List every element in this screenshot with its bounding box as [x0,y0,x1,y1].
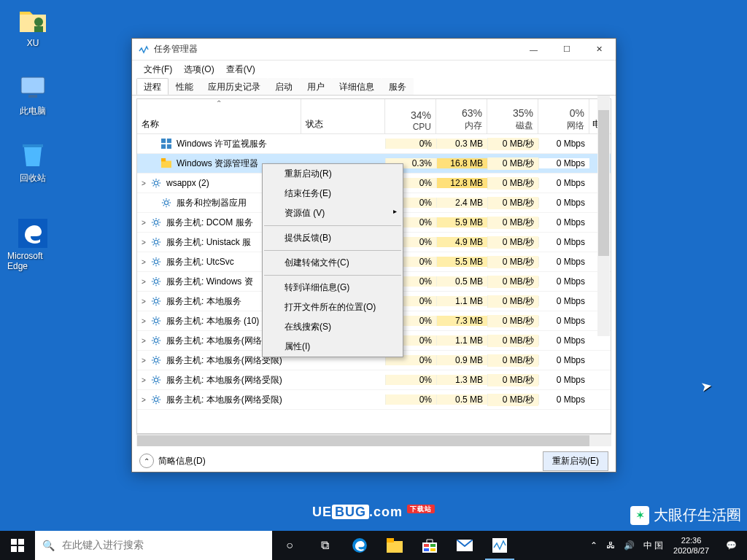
svg-rect-131 [424,548,429,551]
context-item[interactable]: 属性(I) [263,337,403,357]
svg-line-36 [153,219,154,220]
svg-line-102 [158,357,159,358]
taskbar-edge[interactable] [342,531,377,560]
taskbar-mail[interactable] [447,531,482,560]
scrollbar-thumb[interactable] [598,110,609,256]
svg-point-85 [154,338,158,342]
process-icon [160,197,172,209]
tab-2[interactable]: 应用历史记录 [201,78,268,95]
row-expander[interactable]: > [139,396,149,404]
svg-line-120 [158,397,159,397]
row-expander[interactable]: > [139,219,149,227]
maximize-button[interactable]: ☐ [550,39,583,60]
context-item[interactable]: 提供反馈(B) [263,228,403,248]
vertical-scrollbar[interactable] [597,96,610,336]
row-expander[interactable]: > [139,337,149,345]
action-center-button[interactable]: 💬 [715,540,747,551]
svg-point-58 [154,279,158,283]
cell-memory: 5.9 MB [436,217,487,228]
tray-volume-icon[interactable]: 🔊 [619,540,639,551]
desktop-icon-edge[interactable]: Microsoft Edge [7,219,58,271]
row-expander[interactable]: > [139,238,149,246]
close-button[interactable]: ✕ [583,39,616,60]
context-separator [264,275,401,276]
header-name[interactable]: ⌃名称 [137,99,301,133]
svg-line-119 [153,402,154,402]
svg-line-27 [163,200,164,201]
svg-line-18 [153,180,154,181]
taskbar-task-manager[interactable] [482,531,517,560]
row-expander[interactable]: > [139,278,149,286]
svg-point-76 [154,319,158,322]
desktop-icon-recycle-bin[interactable]: 回收站 [7,140,58,184]
header-memory[interactable]: 63%内存 [436,99,487,133]
header-status[interactable]: 状态 [301,99,385,133]
context-item[interactable]: 转到详细信息(G) [263,278,403,298]
process-name: 服务主机: Windows 资 [166,276,253,288]
sort-asc-icon: ⌃ [216,99,222,107]
context-item[interactable]: 创建转储文件(C) [263,253,403,273]
cell-cpu: 0% [385,375,436,385]
fewer-details-toggle[interactable]: ⌃ 简略信息(D) [139,454,206,468]
row-expander[interactable]: > [139,376,149,384]
tab-3[interactable]: 启动 [268,78,300,95]
menu-file[interactable]: 文件(F) [138,63,178,76]
context-item[interactable]: 结束任务(E) [263,184,403,203]
tab-1[interactable]: 性能 [169,78,201,95]
svg-line-37 [158,225,159,225]
tab-0[interactable]: 进程 [136,78,169,95]
row-expander[interactable]: > [139,179,149,187]
task-view-button[interactable]: ⧉ [307,531,342,560]
table-row[interactable]: >服务主机: 本地服务(网络受限)0%1.3 MB0 MB/秒0 Mbps [137,370,611,390]
header-network[interactable]: 0%网络 [538,99,589,133]
row-expander[interactable]: > [139,298,149,306]
horizontal-scrollbar[interactable] [136,434,611,446]
cell-memory: 7.3 MB [436,316,487,326]
cell-network: 0 Mbps [538,139,589,149]
svg-rect-8 [167,139,171,143]
desktop-icon-this-pc[interactable]: 此电脑 [7,73,58,117]
table-row[interactable]: Windows 许可监视服务0%0.3 MB0 MB/秒0 Mbps [137,134,611,154]
process-icon [150,256,162,268]
header-cpu[interactable]: 34%CPU [385,99,436,133]
header-disk[interactable]: 35%磁盘 [487,99,538,133]
row-expander[interactable]: > [139,357,149,365]
tray-network-icon[interactable]: 🖧 [602,540,619,551]
process-icon [150,236,162,248]
taskbar-store[interactable] [412,531,447,560]
context-separator [264,250,401,251]
svg-rect-9 [161,144,166,149]
process-name: 服务主机: UtcSvc [166,256,234,268]
svg-point-31 [154,220,158,224]
row-expander[interactable]: > [139,258,149,266]
context-item[interactable]: 重新启动(R) [263,164,403,184]
desktop-icon-user-folder[interactable]: XU [7,6,58,48]
context-item[interactable]: 在线搜索(S) [263,317,403,337]
menu-options[interactable]: 选项(O) [178,63,220,76]
cell-disk: 0 MB/秒 [487,276,538,288]
start-button[interactable] [0,531,35,560]
menu-view[interactable]: 查看(V) [220,63,261,76]
context-item[interactable]: 资源值 (V)▸ [263,203,403,223]
minimize-button[interactable]: — [517,39,550,60]
tab-5[interactable]: 详细信息 [332,78,382,95]
tray-ime[interactable]: 中 国 [639,540,667,552]
taskbar-search[interactable]: 🔍 在此键入进行搜索 [35,531,272,560]
svg-line-65 [153,284,154,284]
table-row[interactable]: >服务主机: 本地服务(网络受限)0%0.5 MB0 MB/秒0 Mbps [137,390,611,410]
process-icon [150,374,162,386]
taskbar-explorer[interactable] [377,531,412,560]
titlebar[interactable]: 任务管理器 — ☐ ✕ [132,39,616,61]
cortana-button[interactable]: ○ [272,531,307,560]
tray-chevron-up-icon[interactable]: ⌃ [586,540,602,551]
row-expander[interactable]: > [139,317,149,325]
cell-memory: 5.5 MB [436,257,487,267]
svg-line-75 [158,298,159,299]
restart-button[interactable]: 重新启动(E) [543,451,608,471]
tray-clock[interactable]: 22:36 2020/8/27 [667,535,715,556]
context-item[interactable]: 打开文件所在的位置(O) [263,298,403,317]
tab-6[interactable]: 服务 [382,78,414,95]
cell-network: 0 Mbps [538,257,589,267]
scrollbar-thumb[interactable] [137,435,589,446]
tab-4[interactable]: 用户 [300,78,332,95]
